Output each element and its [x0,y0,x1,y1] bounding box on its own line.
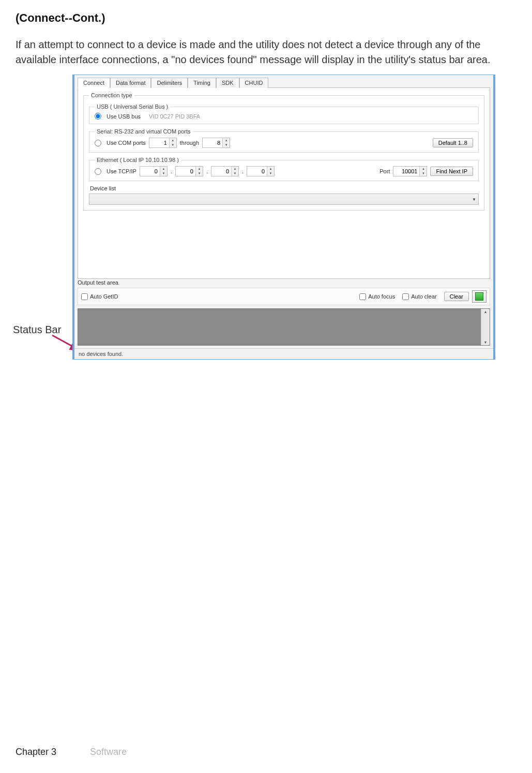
scrollbar[interactable]: ▲ ▼ [481,309,490,345]
ethernet-group: Ethernet ( Local IP 10.10.10.98 ) Use TC… [89,157,479,181]
find-next-ip-button[interactable]: Find Next IP [430,167,473,176]
usb-vid-pid: VID 0C27 PID 3BFA [149,113,200,120]
clear-button[interactable]: Clear [444,292,469,301]
tab-delimiters[interactable]: Delimiters [151,78,188,88]
tab-sdk[interactable]: SDK [216,78,239,88]
device-list-dropdown[interactable]: ▼ [89,194,479,205]
device-list-label: Device list [90,185,479,191]
connection-type-legend: Connection type [89,92,134,98]
serial-group: Serial: RS-232 and virtual COM ports Use… [89,128,479,153]
through-label: through [180,140,199,146]
auto-getid-checkbox[interactable]: Auto GetID [81,293,118,300]
auto-getid-label: Auto GetID [90,293,118,300]
ip-oct3[interactable]: ▲▼ [211,166,239,176]
dot-icon: . [171,168,172,174]
body-paragraph: If an attempt to connect to a device is … [16,37,516,67]
port-spinner[interactable]: ▲▼ [393,166,427,176]
com-from-spinner[interactable]: ▲▼ [149,138,177,148]
play-icon [475,292,483,301]
dot-icon: . [206,168,208,174]
ip-oct1[interactable]: ▲▼ [140,166,168,176]
output-test-area: Output test area Auto GetID Auto focus [78,279,490,346]
connection-type-group: Connection type USB ( Universal Serial B… [83,92,484,211]
default-com-button[interactable]: Default 1..8 [433,138,473,147]
dot-icon: . [242,168,244,174]
use-usb-label: Use USB bus [107,113,141,120]
serial-legend: Serial: RS-232 and virtual COM ports [95,128,193,135]
ip-oct2[interactable]: ▲▼ [175,166,203,176]
scroll-up-icon[interactable]: ▲ [484,310,488,314]
auto-clear-checkbox[interactable]: Auto clear [402,293,437,300]
scroll-down-icon[interactable]: ▼ [484,340,488,344]
com-to-spinner[interactable]: ▲▼ [202,138,230,148]
use-usb-radio[interactable]: Use USB bus [95,113,141,120]
tab-chuid[interactable]: CHUID [239,78,269,88]
run-button[interactable] [472,290,487,303]
ethernet-legend: Ethernet ( Local IP 10.10.10.98 ) [95,157,181,163]
tab-strip: Connect Data format Delimiters Timing SD… [74,75,493,87]
connect-panel: Connection type USB ( Universal Serial B… [78,87,490,279]
tab-timing[interactable]: Timing [188,78,216,88]
auto-focus-checkbox[interactable]: Auto focus [359,293,395,300]
usb-group: USB ( Universal Serial Bus ) Use USB bus… [89,103,479,124]
chevron-down-icon: ▼ [472,197,476,202]
com-to-input[interactable] [203,139,222,147]
use-tcpip-radio[interactable]: Use TCP/IP [95,168,136,175]
use-com-label: Use COM ports [107,140,146,146]
section-heading: (Connect--Cont.) [16,11,516,25]
output-area-label: Output test area [78,279,490,286]
port-input[interactable] [393,167,419,175]
port-label: Port [379,168,390,174]
footer-section: Software [90,747,127,757]
tab-connect[interactable]: Connect [78,78,110,88]
utility-window: Connect Data format Delimiters Timing SD… [72,75,495,360]
status-bar: no devices found. [74,348,493,359]
com-from-input[interactable] [149,139,169,147]
usb-legend: USB ( Universal Serial Bus ) [95,103,170,110]
tab-data-format[interactable]: Data format [110,78,151,88]
ip-oct4[interactable]: ▲▼ [247,166,275,176]
page-footer: Chapter 3 Software [16,747,127,757]
footer-chapter: Chapter 3 [16,747,56,757]
auto-focus-label: Auto focus [368,293,395,300]
use-tcpip-label: Use TCP/IP [107,168,136,174]
use-com-radio[interactable]: Use COM ports [95,140,146,146]
auto-clear-label: Auto clear [411,293,437,300]
output-textarea[interactable]: ▲ ▼ [78,308,490,346]
